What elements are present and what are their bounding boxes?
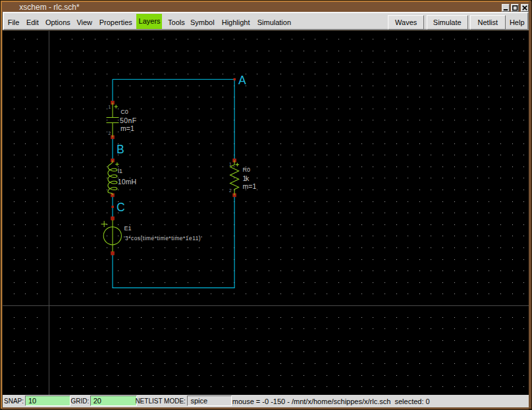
svg-text:m=1: m=1 [120, 124, 134, 132]
svg-text:B: B [117, 143, 124, 156]
svg-text:1k: 1k [243, 174, 250, 182]
svg-text:E1: E1 [124, 225, 131, 232]
svg-text:l1: l1 [118, 168, 122, 174]
svg-text:R0: R0 [243, 167, 251, 173]
svg-text:A: A [238, 74, 246, 87]
svg-text:10mH: 10mH [118, 178, 137, 186]
svg-text:C0: C0 [120, 109, 128, 115]
svg-text:1: 1 [229, 162, 232, 167]
svg-text:2: 2 [109, 131, 111, 136]
svg-text:m=1: m=1 [243, 182, 257, 190]
svg-text:2: 2 [229, 188, 232, 193]
svg-text:50nF: 50nF [120, 116, 136, 124]
svg-text:1: 1 [109, 105, 111, 109]
svg-text:'3*cos(time*time*time*1e11)': '3*cos(time*time*time*1e11)' [124, 235, 202, 242]
svg-text:C: C [117, 201, 125, 214]
